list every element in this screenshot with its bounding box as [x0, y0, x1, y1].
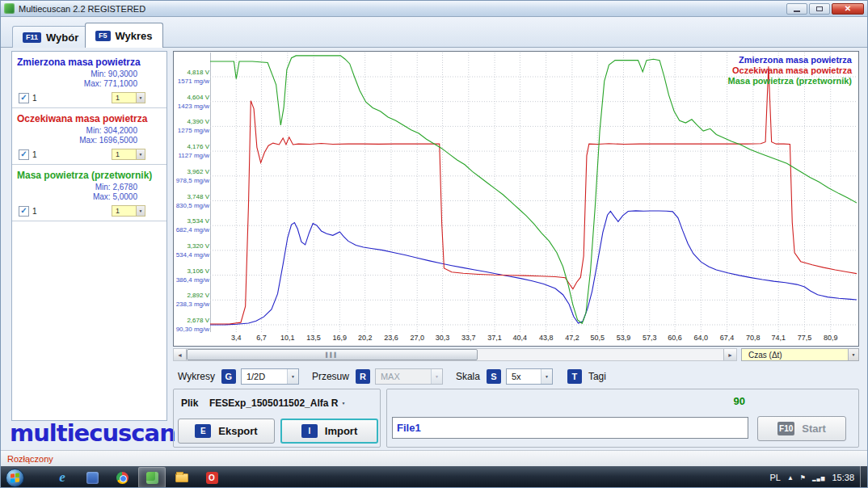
x-axis-label: 20,2: [353, 334, 377, 342]
y-axis-mgw-label: 534,4 mg/w: [174, 252, 209, 259]
scroll-left-button[interactable]: ◄: [174, 349, 187, 360]
wykresy-combo[interactable]: 1/2D ▼: [241, 368, 299, 385]
show-desktop-button[interactable]: [860, 466, 867, 488]
x-axis-label: 47,2: [560, 334, 584, 342]
taskbar-ie-button[interactable]: e: [48, 467, 76, 488]
filename-input[interactable]: [392, 417, 748, 439]
app-icon: [86, 472, 99, 484]
chevron-down-icon: ▼: [287, 369, 298, 384]
time-axis-combo[interactable]: Czas (Δt) ▼: [741, 348, 859, 361]
signal-axis-combo[interactable]: 1 ▼: [112, 205, 145, 217]
y-axis-voltage-label: 4,818 V: [174, 69, 209, 76]
taskbar-opera-button[interactable]: O: [198, 467, 225, 488]
x-axis-label: 70,8: [741, 334, 765, 342]
check-icon: ✓: [20, 150, 27, 158]
chevron-down-icon: ▼: [541, 369, 552, 384]
taskbar-explorer-button[interactable]: [168, 467, 196, 488]
y-axis-voltage-label: 2,678 V: [174, 318, 209, 324]
checkbox-label: 1: [32, 207, 37, 216]
y-axis-mgw-label: 682,4 mg/w: [174, 227, 209, 233]
tagi-key-badge: T: [567, 369, 582, 384]
series-line: [210, 56, 857, 323]
tray-network-icon[interactable]: ▂▄▆: [812, 475, 825, 481]
x-axis-label: 37,1: [482, 334, 507, 342]
skala-combo[interactable]: 5x ▼: [506, 368, 553, 385]
wykresy-label: Wykresy: [178, 371, 215, 382]
signal-axis-combo[interactable]: 1 ▼: [112, 149, 145, 160]
status-bar: Rozłączony: [1, 450, 867, 466]
signal-checkbox[interactable]: ✓: [19, 93, 29, 103]
tab-wybor-label: Wybór: [46, 32, 78, 44]
x-axis-label: 33,7: [457, 334, 481, 342]
chevron-down-icon: ▼: [136, 93, 145, 103]
export-button[interactable]: E Eksport: [178, 419, 275, 444]
y-axis-voltage-label: 4,176 V: [174, 144, 209, 150]
import-button[interactable]: I Import: [280, 419, 378, 444]
tab-wykres-key-badge: F5: [95, 31, 111, 41]
y-axis-voltage-label: 3,748 V: [174, 194, 209, 200]
x-axis-label: 60,6: [663, 334, 687, 342]
signal-checkbox[interactable]: ✓: [19, 206, 29, 217]
signal-min: Min: 304,2000: [17, 126, 137, 136]
checkbox-label: 1: [32, 150, 37, 159]
h-scrollbar: ◄ ▌▌▌ ►: [173, 348, 737, 361]
tab-wykres-label: Wykres: [116, 30, 153, 42]
signal-checkbox[interactable]: ✓: [19, 149, 29, 160]
x-axis-label: 10,1: [276, 334, 300, 342]
x-axis-label: 30,3: [431, 334, 455, 342]
y-axis-mgw-label: 1275 mg/w: [174, 128, 209, 134]
chart-toolbar: Wykresy G 1/2D ▼ Przesuw R MAX ▼ Skala S…: [173, 366, 859, 387]
scroll-track[interactable]: [478, 349, 723, 360]
y-axis-mgw-label: 830,5 mg/w: [174, 203, 209, 209]
tray-language[interactable]: PL: [769, 473, 780, 482]
signal-axis-combo[interactable]: 1 ▼: [112, 92, 145, 103]
y-axis-voltage-label: 3,962 V: [174, 169, 209, 175]
x-axis-label: 6,7: [250, 334, 274, 342]
chevron-down-icon: ▼: [136, 149, 145, 159]
skala-key-badge: S: [487, 369, 501, 384]
tagi-label: Tagi: [588, 371, 606, 382]
signal-panel: Masa powietrza (przetwornik) Min: 2,6780…: [12, 165, 166, 221]
taskbar-multiecuscan-button[interactable]: [138, 467, 166, 488]
start-key-badge: F10: [777, 422, 794, 435]
close-button[interactable]: ✕: [832, 3, 864, 15]
scroll-thumb[interactable]: ▌▌▌: [187, 349, 478, 360]
signal-title: Masa powietrza (przetwornik): [17, 170, 162, 181]
scroll-left-icon: ◄: [177, 352, 183, 358]
tray-flag-icon[interactable]: ⚑: [800, 474, 806, 482]
signal-min: Min: 2,6780: [17, 183, 137, 192]
close-icon: ✕: [845, 5, 851, 13]
x-axis-label: 77,5: [792, 334, 816, 342]
y-axis-voltage-label: 3,320 V: [174, 243, 209, 250]
scroll-right-button[interactable]: ►: [723, 349, 736, 360]
plik-label: Plik: [181, 398, 198, 409]
file-combo[interactable]: FESExp_1505011502_Alfa R ▼: [209, 395, 379, 411]
title-bar[interactable]: Multiecuscan 2.2 REGISTERED ✕: [1, 1, 867, 17]
start-orb[interactable]: [6, 469, 24, 487]
opera-icon: O: [206, 472, 218, 484]
chevron-down-icon: ▼: [431, 369, 442, 384]
x-axis-label: 67,4: [715, 334, 739, 342]
minimize-button[interactable]: [786, 3, 807, 15]
series-line: [210, 66, 857, 324]
plot-area[interactable]: [210, 53, 857, 332]
y-axis-mgw-label: 90,30 mg/w: [174, 326, 209, 333]
taskbar-chrome-button[interactable]: [108, 467, 136, 488]
signal-sidebar: Zmierzona masa powietrza Min: 90,3000 Ma…: [11, 51, 167, 421]
tab-wykres[interactable]: F5 Wykres: [85, 23, 163, 48]
maximize-button[interactable]: [809, 3, 830, 15]
chevron-down-icon: ▼: [136, 206, 145, 216]
taskbar: e O PL ▲ ⚑ ▂▄▆ 15:38: [1, 466, 867, 488]
przesuw-key-badge: R: [356, 369, 370, 384]
taskbar-app-button[interactable]: [78, 467, 106, 488]
tab-wybor[interactable]: F11 Wybór: [12, 26, 89, 48]
x-axis-label: 16,9: [327, 334, 352, 342]
tray-chevron-icon[interactable]: ▲: [787, 474, 794, 482]
signal-title: Zmierzona masa powietrza: [17, 57, 162, 68]
y-axis-mgw-label: 1423 mg/w: [174, 103, 209, 110]
start-button[interactable]: F10 Start: [757, 416, 846, 441]
signal-max: Max: 1696,5000: [17, 136, 137, 145]
y-axis-voltage-label: 3,106 V: [174, 268, 209, 275]
x-axis-label: 80,9: [819, 334, 843, 342]
przesuw-combo[interactable]: MAX ▼: [375, 368, 443, 385]
